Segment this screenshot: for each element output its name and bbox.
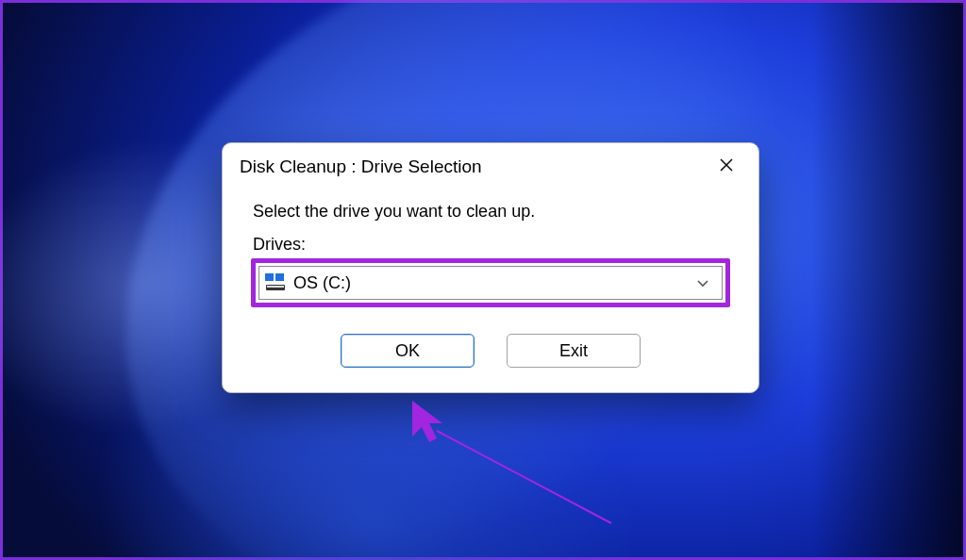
disk-cleanup-dialog: Disk Cleanup : Drive Selection Select th… [222,142,759,393]
svg-line-7 [437,431,611,523]
svg-rect-3 [275,273,284,281]
chevron-down-icon [695,275,710,290]
drives-label: Drives: [253,235,730,255]
exit-button-label: Exit [559,341,588,361]
drive-icon [265,273,286,292]
annotation-trail [427,421,625,535]
svg-marker-6 [412,401,442,442]
close-button[interactable] [708,153,745,181]
drives-combobox[interactable]: OS (C:) [258,266,723,300]
selected-drive-text: OS (C:) [293,273,688,293]
ok-button[interactable]: OK [341,334,475,368]
exit-button[interactable]: Exit [507,334,641,368]
close-icon [720,158,733,175]
svg-rect-5 [267,286,284,288]
ok-button-label: OK [395,341,420,361]
annotation-highlight: OS (C:) [251,258,730,307]
dialog-prompt: Select the drive you want to clean up. [253,202,730,222]
dialog-button-row: OK Exit [251,334,730,368]
annotation-cursor-icon [408,399,448,452]
svg-rect-2 [265,273,274,281]
dialog-titlebar: Disk Cleanup : Drive Selection [223,143,758,187]
dialog-title: Disk Cleanup : Drive Selection [240,156,482,177]
desktop-wallpaper: Disk Cleanup : Drive Selection Select th… [0,0,966,560]
